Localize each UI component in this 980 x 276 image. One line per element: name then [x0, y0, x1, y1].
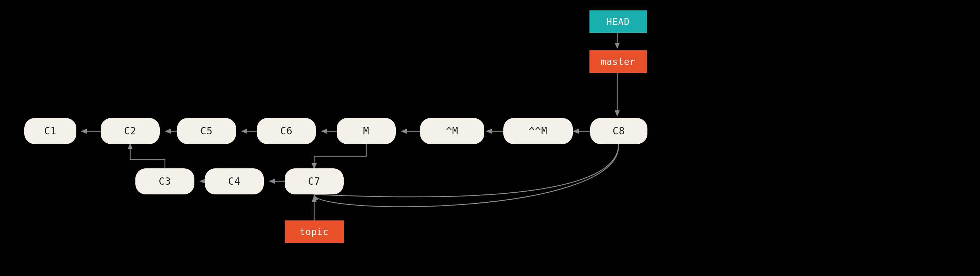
commit-hm: ^M	[420, 118, 484, 144]
commit-hhm: ^^M	[503, 118, 573, 144]
commit-c1: C1	[24, 118, 76, 144]
label-topic: topic	[285, 220, 344, 243]
commit-c7: C7	[285, 168, 344, 195]
commit-c5: C5	[177, 118, 236, 144]
commit-c2: C2	[101, 118, 160, 144]
commit-c8: C8	[590, 118, 648, 144]
commit-c3: C3	[135, 168, 194, 195]
commit-m: M	[337, 118, 396, 144]
label-head: HEAD	[589, 10, 647, 33]
commit-c6: C6	[257, 118, 316, 144]
label-master: master	[589, 50, 647, 73]
git-diagram: C1 C2 C3 C4 C5 C6 M C7 ^M ^^M C8 HEAD ma…	[0, 0, 980, 276]
commit-c4: C4	[205, 168, 264, 195]
